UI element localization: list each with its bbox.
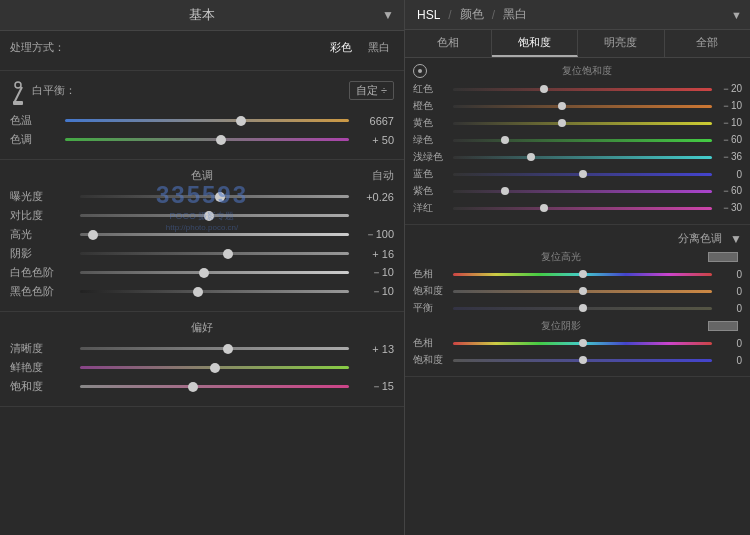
header-sep1: / [448, 8, 451, 22]
left-panel-header: 基本 ▼ [0, 0, 404, 31]
color-slider-3[interactable] [453, 134, 712, 146]
color-row-2: 黄色 －10 [413, 116, 742, 130]
header-bw[interactable]: 黑白 [499, 6, 531, 23]
preference-section: 偏好 清晰度 + 13 鲜艳度 [0, 312, 404, 407]
blacks-label: 黑色色阶 [10, 284, 80, 299]
contrast-slider[interactable] [80, 209, 349, 223]
saturation-value: －15 [349, 379, 394, 394]
color-value-1: －10 [712, 99, 742, 113]
processing-bw[interactable]: 黑白 [364, 39, 394, 56]
tone-title: 色调 [191, 168, 213, 183]
exposure-row: 曝光度 +0.26 [10, 189, 394, 204]
processing-section: 处理方式： 彩色 黑白 [0, 31, 404, 71]
color-row-0: 红色 －20 [413, 82, 742, 96]
tone-section: 色调 自动 335593 POCO 摄影专题 http://photo.poco… [0, 160, 404, 312]
color-slider-6[interactable] [453, 185, 712, 197]
saturation-slider[interactable] [80, 380, 349, 394]
vibrance-label: 鲜艳度 [10, 360, 80, 375]
highlights-row: 高光 －100 [10, 227, 394, 242]
exposure-slider[interactable] [80, 190, 349, 204]
wb-value[interactable]: 自定 ÷ [349, 81, 394, 100]
highlights-reset-label: 复位高光 [413, 250, 708, 264]
sat-s-label: 饱和度 [413, 353, 453, 367]
processing-row: 处理方式： 彩色 黑白 [10, 39, 394, 56]
tint-slider[interactable] [65, 133, 349, 147]
sat-h-slider[interactable] [453, 285, 712, 297]
shadows-reset-label: 复位阴影 [413, 319, 708, 333]
hsl-target-icon[interactable] [413, 64, 427, 78]
shadows-label: 阴影 [10, 246, 80, 261]
color-row-4: 浅绿色 －36 [413, 150, 742, 164]
color-slider-0[interactable] [453, 83, 712, 95]
exposure-value: +0.26 [349, 191, 394, 203]
tab-luminance[interactable]: 明亮度 [578, 30, 665, 57]
color-slider-4[interactable] [453, 151, 712, 163]
color-slider-1[interactable] [453, 100, 712, 112]
color-slider-7[interactable] [453, 202, 712, 214]
processing-color[interactable]: 彩色 [326, 39, 356, 56]
temp-label: 色温 [10, 113, 65, 128]
color-value-6: －60 [712, 184, 742, 198]
temp-slider[interactable] [65, 114, 349, 128]
tone-auto[interactable]: 自动 [372, 168, 394, 183]
vibrance-row: 鲜艳度 [10, 360, 394, 375]
blacks-slider[interactable] [80, 285, 349, 299]
header-arrow-icon: ▼ [731, 9, 742, 21]
balance-value: 0 [712, 303, 742, 314]
shadows-slider[interactable] [80, 247, 349, 261]
clarity-slider[interactable] [80, 342, 349, 356]
shadows-value: + 16 [349, 248, 394, 260]
sat-s-row: 饱和度 0 [413, 353, 742, 367]
svg-line-0 [14, 87, 22, 103]
clarity-value: + 13 [349, 343, 394, 355]
hue-h-label: 色相 [413, 267, 453, 281]
header-color[interactable]: 颜色 [456, 6, 488, 23]
whites-slider[interactable] [80, 266, 349, 280]
hue-s-label: 色相 [413, 336, 453, 350]
hue-s-value: 0 [712, 338, 742, 349]
balance-label: 平衡 [413, 301, 453, 315]
header-sep2: / [492, 8, 495, 22]
header-hsl[interactable]: HSL [413, 8, 444, 22]
balance-row: 平衡 0 [413, 301, 742, 315]
highlights-value: －100 [349, 227, 394, 242]
svg-rect-1 [13, 101, 23, 105]
whites-value: －10 [349, 265, 394, 280]
left-panel-arrow-icon: ▼ [382, 8, 394, 22]
hue-s-row: 色相 0 [413, 336, 742, 350]
shadow-color-box[interactable] [708, 321, 738, 331]
hue-h-row: 色相 0 [413, 267, 742, 281]
hue-h-slider[interactable] [453, 268, 712, 280]
sat-h-value: 0 [712, 286, 742, 297]
sat-s-value: 0 [712, 355, 742, 366]
highlights-slider[interactable] [80, 228, 349, 242]
hsl-tabs: 色相 饱和度 明亮度 全部 [405, 30, 750, 58]
left-panel: 基本 ▼ 处理方式： 彩色 黑白 [0, 0, 405, 535]
color-sliders-container: 红色 －20 橙色 －10 黄色 －10 [413, 82, 742, 215]
tint-value: + 50 [349, 134, 394, 146]
preference-title: 偏好 [191, 320, 213, 335]
split-toning-title: 分离色调 [678, 231, 722, 246]
color-slider-5[interactable] [453, 168, 712, 180]
eyedropper-icon [10, 79, 26, 107]
preference-header: 偏好 [10, 320, 394, 335]
tab-saturation[interactable]: 饱和度 [492, 30, 579, 57]
vibrance-slider[interactable] [80, 361, 349, 375]
color-label-5: 蓝色 [413, 167, 453, 181]
color-slider-2[interactable] [453, 117, 712, 129]
highlight-color-box[interactable] [708, 252, 738, 262]
sat-s-slider[interactable] [453, 354, 712, 366]
sat-h-row: 饱和度 0 [413, 284, 742, 298]
hue-s-slider[interactable] [453, 337, 712, 349]
tab-all[interactable]: 全部 [665, 30, 751, 57]
sat-h-label: 饱和度 [413, 284, 453, 298]
color-value-2: －10 [712, 116, 742, 130]
color-value-0: －20 [712, 82, 742, 96]
color-label-0: 红色 [413, 82, 453, 96]
balance-slider[interactable] [453, 302, 712, 314]
color-row-1: 橙色 －10 [413, 99, 742, 113]
right-panel-header: HSL / 颜色 / 黑白 ▼ [405, 0, 750, 30]
tab-hue[interactable]: 色相 [405, 30, 492, 57]
clarity-label: 清晰度 [10, 341, 80, 356]
shadows-reset-row: 复位阴影 [413, 319, 742, 333]
